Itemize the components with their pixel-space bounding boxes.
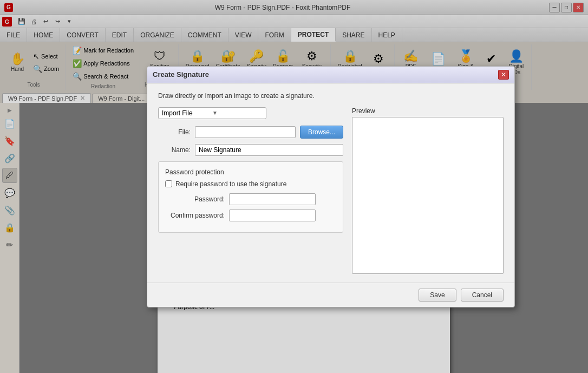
- import-type-select[interactable]: Import File ▼: [158, 107, 266, 119]
- require-password-row: Require password to use the signature: [165, 180, 336, 188]
- require-password-label: Require password to use the signature: [175, 180, 286, 188]
- create-signature-dialog: Create Signature ✕ Draw directly or impo…: [147, 66, 515, 307]
- dialog-description: Draw directly or import an image to crea…: [158, 92, 504, 100]
- name-input-row: Name:: [158, 144, 343, 156]
- dialog-right-panel: Preview: [352, 107, 504, 274]
- dialog-title-text: Create Signature: [153, 70, 209, 78]
- dialog-footer: Save Cancel: [147, 283, 514, 307]
- file-input-row: File: Browse...: [158, 126, 343, 139]
- dialog-body: Draw directly or import an image to crea…: [147, 83, 514, 283]
- confirm-password-row: Confirm password:: [165, 210, 336, 221]
- name-input[interactable]: [195, 144, 343, 156]
- password-input-row: Password:: [165, 193, 336, 205]
- file-input[interactable]: [195, 126, 296, 138]
- import-type-dropdown-row: Import File ▼: [158, 107, 343, 119]
- dialog-left-panel: Import File ▼ File: Browse... Name:: [158, 107, 343, 274]
- file-label: File:: [158, 128, 191, 136]
- save-button[interactable]: Save: [419, 289, 456, 302]
- confirm-password-label: Confirm password:: [165, 212, 225, 219]
- password-section: Password protection Require password to …: [158, 161, 343, 233]
- name-label: Name:: [158, 146, 191, 154]
- dialog-close-button[interactable]: ✕: [498, 70, 509, 80]
- dropdown-arrow-icon: ▼: [212, 110, 263, 116]
- dialog-title-bar: Create Signature ✕: [147, 67, 514, 83]
- password-label: Password:: [165, 195, 225, 203]
- confirm-password-input[interactable]: [229, 210, 316, 221]
- password-section-title: Password protection: [165, 168, 336, 176]
- cancel-button[interactable]: Cancel: [461, 289, 504, 302]
- password-input[interactable]: [229, 193, 316, 205]
- preview-box: [352, 117, 504, 274]
- require-password-checkbox[interactable]: [165, 180, 172, 187]
- preview-label: Preview: [352, 107, 504, 115]
- browse-button[interactable]: Browse...: [300, 126, 343, 139]
- dialog-layout: Import File ▼ File: Browse... Name:: [158, 107, 504, 274]
